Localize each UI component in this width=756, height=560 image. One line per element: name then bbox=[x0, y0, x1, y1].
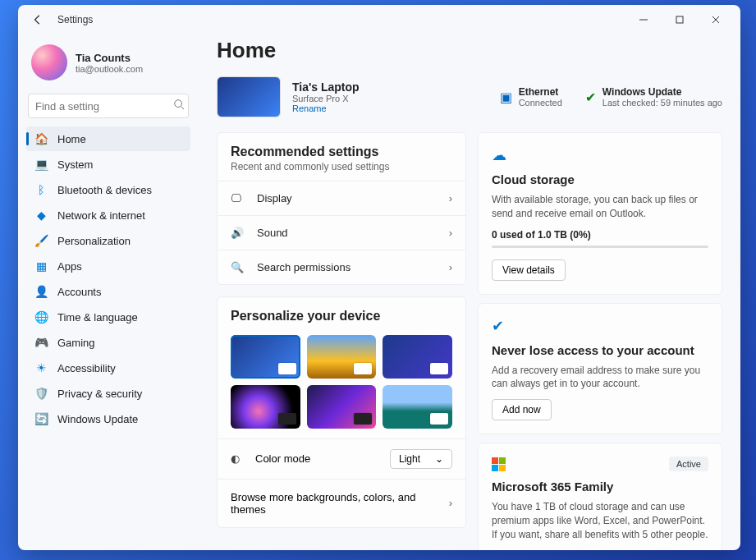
update-status-icon: ✔ bbox=[585, 90, 596, 105]
m365-card: Active Microsoft 365 Family You have 1 T… bbox=[478, 443, 722, 550]
sound-icon: 🔊 bbox=[231, 227, 245, 239]
profile-name: Tia Counts bbox=[76, 52, 143, 64]
recovery-title: Never lose access to your account bbox=[492, 343, 708, 357]
add-now-button[interactable]: Add now bbox=[492, 399, 552, 420]
svg-rect-1 bbox=[676, 16, 683, 23]
update-icon: 🔄 bbox=[34, 412, 48, 425]
titlebar: Settings bbox=[18, 5, 740, 34]
nav-gaming[interactable]: 🎮Gaming bbox=[26, 330, 190, 355]
wifi-icon: ◆ bbox=[34, 209, 48, 222]
browse-more-row[interactable]: Browse more backgrounds, colors, and the… bbox=[218, 479, 465, 527]
device-name: Tia's Laptop bbox=[292, 80, 360, 94]
cloud-storage-card: ☁ Cloud storage With available storage, … bbox=[478, 132, 722, 295]
setting-search-permissions[interactable]: 🔍 Search permissions › bbox=[218, 250, 465, 284]
home-icon: 🏠 bbox=[34, 132, 48, 145]
device-model: Surface Pro X bbox=[292, 94, 360, 103]
cloud-desc: With available storage, you can back up … bbox=[492, 193, 708, 221]
search-box[interactable] bbox=[28, 94, 189, 118]
recommended-card: Recommended settings Recent and commonly… bbox=[217, 132, 466, 285]
color-mode-select[interactable]: Light ⌄ bbox=[390, 449, 452, 469]
shield-icon: 🛡️ bbox=[34, 387, 48, 400]
storage-used: 0 used of 1.0 TB (0%) bbox=[492, 229, 708, 241]
status-update[interactable]: ✔ Windows Update Last checked: 59 minute… bbox=[585, 86, 722, 108]
chevron-right-icon: › bbox=[449, 227, 452, 239]
nav-accessibility[interactable]: ☀Accessibility bbox=[26, 356, 190, 380]
theme-tile-4[interactable] bbox=[231, 385, 300, 429]
theme-tile-2[interactable] bbox=[307, 335, 377, 379]
person-icon: 👤 bbox=[34, 285, 48, 298]
rename-link[interactable]: Rename bbox=[292, 103, 360, 113]
page-title: Home bbox=[217, 38, 722, 63]
nav-bluetooth[interactable]: ᛒBluetooth & devices bbox=[26, 177, 190, 202]
nav-network[interactable]: ◆Network & internet bbox=[26, 203, 190, 227]
microsoft-logo-icon bbox=[492, 457, 506, 471]
maximize-button[interactable] bbox=[662, 7, 698, 33]
left-column: Recommended settings Recent and commonly… bbox=[217, 132, 466, 550]
settings-window: Settings Tia Counts tia@outlook.com 🏠Hom… bbox=[18, 5, 740, 550]
view-details-button[interactable]: View details bbox=[492, 259, 566, 281]
nav-personalization[interactable]: 🖌️Personalization bbox=[26, 228, 190, 253]
search-icon bbox=[173, 99, 185, 113]
profile[interactable]: Tia Counts tia@outlook.com bbox=[26, 38, 190, 92]
m365-desc: You have 1 TB of cloud storage and can u… bbox=[492, 500, 708, 541]
recommended-sub: Recent and commonly used settings bbox=[218, 161, 465, 181]
personalize-card: Personalize your device ◐ Color mode bbox=[217, 296, 466, 528]
search-input[interactable] bbox=[35, 100, 173, 112]
right-column: ☁ Cloud storage With available storage, … bbox=[478, 132, 722, 550]
active-badge: Active bbox=[669, 457, 708, 471]
cloud-title: Cloud storage bbox=[492, 172, 708, 186]
nav: 🏠Home 💻System ᛒBluetooth & devices ◆Netw… bbox=[26, 126, 190, 431]
back-button[interactable] bbox=[25, 7, 51, 33]
recovery-desc: Add a recovery email address to make sur… bbox=[492, 364, 708, 392]
ethernet-icon: ▣ bbox=[500, 90, 512, 105]
globe-icon: 🌐 bbox=[34, 310, 48, 324]
chevron-down-icon: ⌄ bbox=[435, 453, 443, 465]
apps-icon: ▦ bbox=[34, 259, 48, 273]
gaming-icon: 🎮 bbox=[34, 336, 48, 349]
recommended-title: Recommended settings bbox=[218, 133, 465, 161]
nav-apps[interactable]: ▦Apps bbox=[26, 254, 190, 278]
m365-title: Microsoft 365 Family bbox=[492, 480, 708, 493]
storage-bar bbox=[492, 246, 708, 248]
status-ethernet[interactable]: ▣ Ethernet Connected bbox=[500, 86, 562, 108]
system-icon: 💻 bbox=[34, 158, 48, 171]
device-thumbnail bbox=[217, 76, 281, 117]
setting-sound[interactable]: 🔊 Sound › bbox=[218, 215, 465, 250]
chevron-right-icon: › bbox=[449, 192, 452, 204]
chevron-right-icon: › bbox=[449, 261, 452, 273]
close-button[interactable] bbox=[698, 7, 734, 33]
body: Tia Counts tia@outlook.com 🏠Home 💻System… bbox=[18, 34, 740, 550]
m365-badge-row: Active bbox=[492, 457, 708, 471]
theme-tile-6[interactable] bbox=[383, 385, 452, 429]
bluetooth-icon: ᛒ bbox=[34, 183, 48, 196]
theme-tile-3[interactable] bbox=[383, 335, 452, 379]
chevron-right-icon: › bbox=[449, 497, 452, 509]
recovery-card: ✔ Never lose access to your account Add … bbox=[478, 303, 722, 435]
nav-update[interactable]: 🔄Windows Update bbox=[26, 406, 190, 431]
nav-home[interactable]: 🏠Home bbox=[26, 126, 190, 151]
display-icon: 🖵 bbox=[231, 192, 245, 204]
columns: Recommended settings Recent and commonly… bbox=[217, 132, 722, 550]
device-header: Tia's Laptop Surface Pro X Rename ▣ Ethe… bbox=[217, 76, 722, 117]
nav-time[interactable]: 🌐Time & language bbox=[26, 305, 190, 329]
window-controls bbox=[625, 7, 734, 33]
personalize-title: Personalize your device bbox=[218, 297, 465, 325]
brush-icon: 🖌️ bbox=[34, 234, 48, 247]
nav-privacy[interactable]: 🛡️Privacy & security bbox=[26, 381, 190, 406]
nav-system[interactable]: 💻System bbox=[26, 152, 190, 177]
window-title: Settings bbox=[57, 14, 93, 25]
accessibility-icon: ☀ bbox=[34, 361, 48, 374]
status-row: ▣ Ethernet Connected ✔ Windows Update La… bbox=[500, 86, 722, 108]
sidebar: Tia Counts tia@outlook.com 🏠Home 💻System… bbox=[18, 34, 199, 550]
minimize-button[interactable] bbox=[625, 7, 662, 33]
color-mode-row: ◐ Color mode Light ⌄ bbox=[218, 438, 465, 479]
nav-accounts[interactable]: 👤Accounts bbox=[26, 279, 190, 304]
setting-display[interactable]: 🖵 Display › bbox=[218, 181, 465, 215]
cloud-icon: ☁ bbox=[492, 146, 708, 164]
theme-tile-5[interactable] bbox=[307, 385, 377, 429]
svg-line-3 bbox=[181, 107, 185, 110]
verified-icon: ✔ bbox=[492, 317, 708, 335]
theme-tile-1[interactable] bbox=[231, 335, 300, 379]
search-perm-icon: 🔍 bbox=[231, 261, 245, 273]
color-mode-icon: ◐ bbox=[231, 452, 245, 465]
